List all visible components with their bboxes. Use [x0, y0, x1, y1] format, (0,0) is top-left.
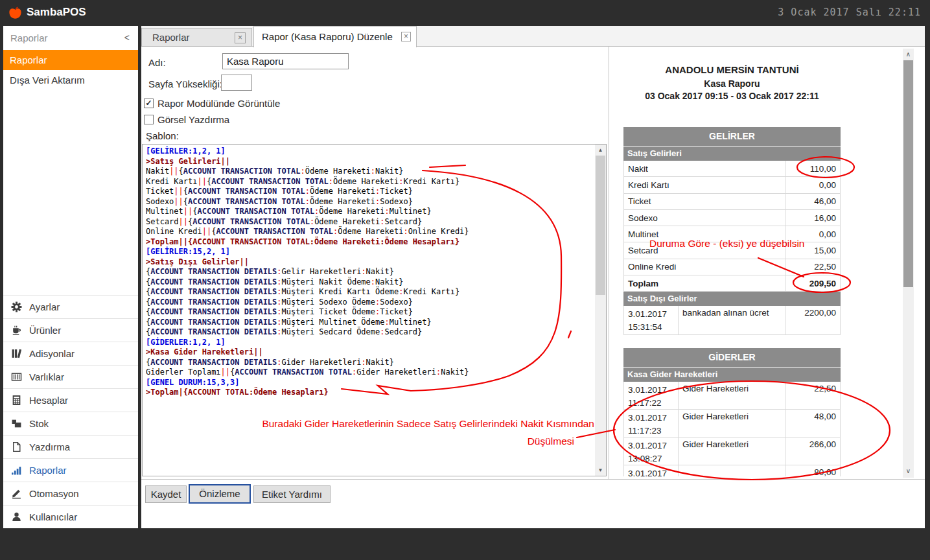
report-module-checkbox[interactable]: ✓: [144, 99, 154, 108]
template-line: {ACCOUNT TRANSACTION DETAILS:Müşteri Nak…: [146, 277, 593, 288]
save-button[interactable]: Kaydet: [145, 485, 187, 503]
scroll-down-icon[interactable]: ∨: [903, 465, 914, 476]
income-table-header: GELİRLER: [623, 127, 841, 146]
sidebar-item-hesaplar[interactable]: Hesaplar: [3, 388, 138, 412]
non-sales-income-subheader: Satış Dışı Gelirler: [623, 292, 841, 306]
close-icon[interactable]: ×: [235, 32, 246, 43]
row-datetime: 3.01.201711:17:23: [624, 410, 678, 437]
row-amount: 209,50: [785, 275, 840, 291]
scroll-down-icon[interactable]: ▼: [595, 465, 606, 476]
calculator-icon: [11, 395, 22, 406]
preview-scrollbar[interactable]: ∧ ∨: [903, 49, 914, 478]
report-module-checkbox-label: Rapor Modülünde Görüntüle: [157, 98, 280, 109]
tag-help-button[interactable]: Etiket Yardımı: [253, 485, 331, 503]
template-line: [GENEL DURUM:15,3,3]: [146, 378, 593, 388]
template-label: Şablon:: [146, 130, 179, 141]
name-label: Adı:: [148, 57, 166, 68]
income-row: Multinet0,00: [623, 226, 841, 242]
template-line: Nakit||{ACCOUNT TRANSACTION TOTAL:Ödeme …: [146, 167, 593, 177]
tab-raporlar[interactable]: Raporlar ×: [141, 28, 252, 47]
row-date: 3.01.2017: [628, 384, 678, 397]
template-line: {ACCOUNT TRANSACTION DETAILS:Gider Harek…: [146, 358, 593, 368]
bar-chart-icon: [11, 465, 22, 476]
sidebar-item-label: Ürünler: [29, 325, 61, 336]
row-amount: 0,00: [785, 177, 840, 192]
row-description: Gider Hareketleri: [678, 382, 785, 409]
expense-row: 3.01.201711:17:22Gider Hareketleri22,50: [623, 382, 841, 410]
row-description: [678, 465, 785, 476]
row-datetime: 3.01.201711:17:22: [624, 382, 678, 409]
sidebar-item-varliklar[interactable]: Varlıklar: [3, 365, 138, 388]
tab-rapor-duzenle[interactable]: Rapor (Kasa Raporu) Düzenle ×: [253, 26, 417, 47]
boxes-icon: [11, 418, 22, 429]
tab-label: Rapor (Kasa Raporu) Düzenle: [262, 31, 393, 42]
sidebar-item-adisyonlar[interactable]: Adisyonlar: [3, 342, 138, 365]
books-icon: [11, 348, 22, 359]
row-datetime: 3.01.201713:08:27: [624, 438, 678, 465]
app-title: SambaPOS: [27, 6, 86, 19]
page-height-input[interactable]: [221, 75, 252, 91]
row-amount: 48,00: [785, 410, 840, 437]
template-line: Kredi Kartı||{ACCOUNT TRANSACTION TOTAL:…: [146, 177, 593, 187]
sidebar-item-raporlar[interactable]: Raporlar: [3, 458, 138, 482]
template-line: [GELİRLER:15,2, 1]: [146, 247, 593, 257]
sidebar-item-urunler[interactable]: Ürünler: [3, 318, 138, 342]
scrollbar-thumb[interactable]: [596, 156, 605, 295]
sidebar-item-stok[interactable]: Stok: [3, 412, 138, 435]
template-line: Sodexo||{ACCOUNT TRANSACTION TOTAL:Ödeme…: [146, 197, 593, 207]
template-line: {ACCOUNT TRANSACTION DETAILS:Müşteri Sed…: [146, 327, 593, 338]
scroll-up-icon[interactable]: ▲: [595, 145, 606, 156]
row-label: Online Kredi: [624, 262, 785, 272]
preview-button[interactable]: Önizleme: [189, 484, 251, 504]
row-date: 3.01.2017: [628, 439, 678, 452]
sidebar-nav: Raporlar Dışa Veri Aktarım: [3, 50, 138, 90]
row-amount: 80,00: [785, 465, 840, 476]
collapse-chevron-icon[interactable]: <: [124, 26, 130, 50]
sidebar-item-otomasyon[interactable]: Otomasyon: [3, 482, 138, 505]
report-name-input[interactable]: [222, 53, 349, 69]
sidebar-item-ayarlar[interactable]: Ayarlar: [3, 295, 138, 318]
template-line: {ACCOUNT TRANSACTION DETAILS:Müşteri Sod…: [146, 298, 593, 308]
sidebar-item-kullanicilar[interactable]: Kullanıcılar: [3, 505, 138, 528]
row-amount: 16,00: [785, 210, 840, 226]
template-line: Multinet||{ACCOUNT TRANSACTION TOTAL:Öde…: [146, 207, 593, 217]
sidebar-modules: AyarlarÜrünlerAdisyonlarVarlıklarHesapla…: [3, 295, 138, 528]
template-line: {ACCOUNT TRANSACTION DETAILS:Müşteri Mul…: [146, 318, 593, 328]
visual-print-checkbox[interactable]: ✓: [144, 115, 154, 124]
user-icon: [11, 511, 22, 522]
sidebar-item-label: Stok: [29, 418, 49, 429]
close-icon[interactable]: ×: [401, 32, 411, 41]
template-editor[interactable]: [GELİRLER:1,2, 1]>Satış Gelirleri||Nakit…: [142, 144, 607, 476]
template-line: >Toplam|{ACCOUNT TOTAL:Ödeme Hesapları}: [146, 388, 593, 398]
row-amount: 0,00: [785, 226, 840, 242]
expense-subheader: Kasa Gider Hareketleri: [623, 368, 841, 382]
template-line: >Satış Dışı Gelirler||: [146, 257, 593, 268]
income-row: Nakit110,00: [623, 161, 841, 177]
row-date: 3.01.2017: [628, 412, 678, 425]
scroll-up-icon[interactable]: ∧: [903, 49, 914, 60]
sales-income-subheader: Satış Gelirleri: [623, 146, 841, 161]
row-datetime: 3.01.2017: [624, 465, 678, 476]
sidebar-item-disa-veri-aktarim[interactable]: Dışa Veri Aktarım: [3, 70, 138, 90]
template-line: >Toplam||{ACCOUNT TRANSACTION TOTAL:Ödem…: [146, 237, 593, 248]
income-detail-row: 3.01.201715:31:54bankadan alınan ücret22…: [623, 306, 841, 335]
template-text: [GELİRLER:1,2, 1]>Satış Gelirleri||Nakit…: [146, 146, 593, 398]
sidebar-item-raporlar[interactable]: Raporlar: [3, 50, 138, 70]
gear-icon: [11, 301, 22, 312]
sidebar-item-label: Hesaplar: [29, 395, 68, 406]
row-description: bankadan alınan ücret: [678, 306, 785, 334]
template-line: {ACCOUNT TRANSACTION DETAILS:Müşteri Kre…: [146, 287, 593, 298]
income-total-row: Toplam209,50: [623, 275, 841, 292]
sidebar-item-label: Raporlar: [29, 465, 67, 476]
sidebar-item-label: Kullanıcılar: [29, 511, 77, 522]
template-line: >Kasa Gider Hareketleri||: [146, 347, 593, 358]
scrollbar-thumb[interactable]: [903, 60, 913, 287]
income-table: GELİRLERSatış GelirleriNakit110,00Kredi …: [623, 127, 841, 335]
sidebar-item-yazdirma[interactable]: Yazdırma: [3, 435, 138, 458]
template-scrollbar[interactable]: ▲ ▼: [595, 145, 606, 476]
sambapos-logo-icon: [8, 5, 23, 20]
sidebar-section-title: Raporlar <: [3, 26, 138, 50]
sidebar: Raporlar < Raporlar Dışa Veri Aktarım Ay…: [3, 26, 138, 528]
document-icon: [11, 441, 22, 452]
expense-row: 3.01.201780,00: [623, 465, 841, 476]
